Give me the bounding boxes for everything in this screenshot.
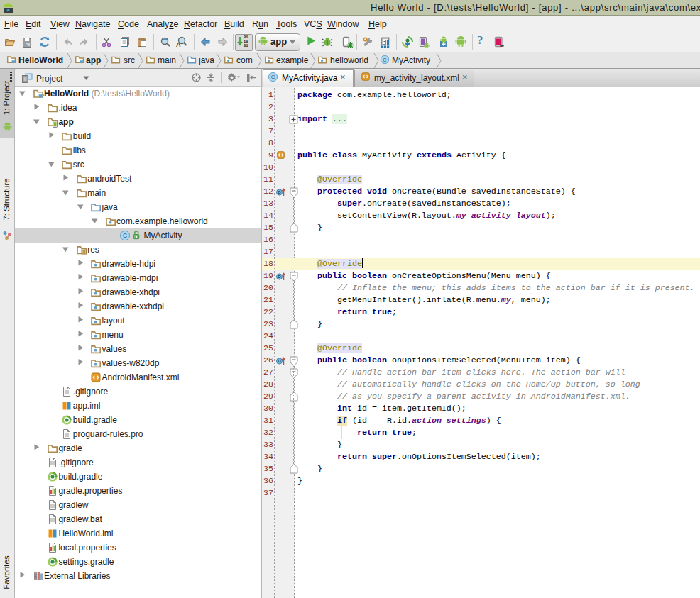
svg-text:∞: ∞ <box>500 43 504 48</box>
svg-text:A: A <box>176 41 181 48</box>
